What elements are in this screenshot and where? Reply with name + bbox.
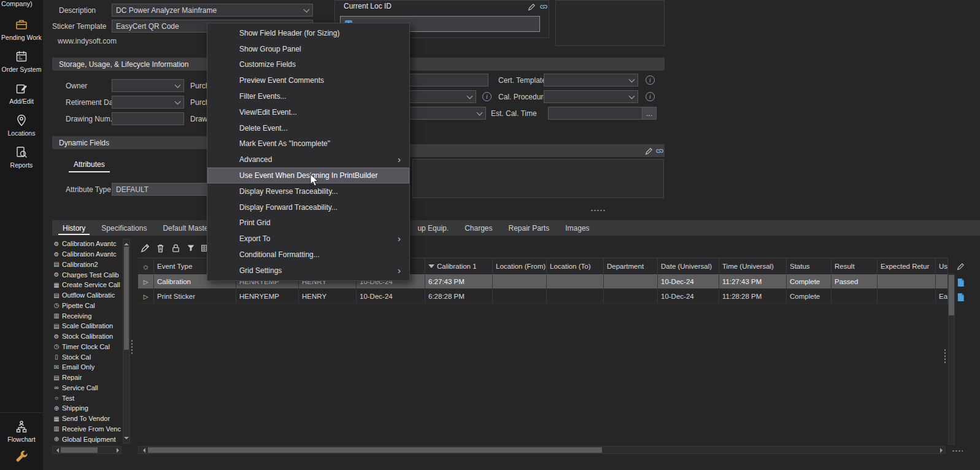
event-type-item[interactable]: ▥ Receive From Venc [52,424,122,434]
drawing-num-field[interactable] [112,112,184,125]
event-type-item[interactable]: ⊕ Global Equipment [52,434,122,444]
column-header[interactable]: Location (To) [547,258,604,274]
event-type-item[interactable]: ⚙ Calibration Avantc [52,239,122,249]
tab[interactable]: Specifications [93,220,155,236]
column-header[interactable]: Department [604,258,658,274]
event-type-item[interactable]: ⚙ Stock Calibration [52,331,122,342]
link-icon[interactable] [655,146,665,156]
description-dropdown[interactable]: DC Power Analyzer Mainframe [112,4,313,17]
sidebar-item-add-edit[interactable]: Add/Edit [0,81,43,105]
main-hscroll-thumb[interactable] [148,447,602,453]
retirement-date-dropdown[interactable] [112,96,184,109]
event-type-item[interactable]: ◷ Pipette Cal [52,301,122,311]
edit-event-icon[interactable] [139,242,151,254]
context-menu-item[interactable]: Print Grid [207,215,409,231]
table-vscroll-thumb[interactable] [949,275,954,315]
column-header[interactable]: Date (Universal) [658,258,719,274]
attribute-type-field[interactable]: DEFAULT [112,183,207,196]
context-menu-item[interactable]: Mark Event As "Incomplete" [207,136,409,152]
event-type-item[interactable]: ⚙ Charges Test Calib [52,269,122,280]
column-header[interactable]: Location (From) [493,258,547,274]
resize-grip[interactable] [952,449,963,453]
tab[interactable]: Charges [457,220,500,236]
context-menu-item[interactable]: Grid Settings [207,263,409,279]
scroll-left-arrow[interactable] [141,448,145,453]
context-menu-item[interactable]: Show Field Header (for Sizing) [207,25,409,41]
sidebar-item-flowchart[interactable]: Flowchart [0,419,43,443]
column-header[interactable]: User [936,258,948,274]
filter-icon[interactable] [185,242,197,254]
lock-event-icon[interactable] [169,242,182,254]
list-vscroll-thumb[interactable] [124,247,129,350]
cal-procedure-dropdown[interactable] [544,90,638,103]
tab[interactable]: Repair Parts [501,220,558,236]
ellipsis-button[interactable]: ... [642,107,656,119]
context-menu-item[interactable]: Use Event When Designing In PrintBuilder [207,168,409,183]
row-expand-cell[interactable] [138,289,154,303]
list-hscroll-thumb[interactable] [61,447,98,453]
info-icon[interactable] [646,92,655,101]
sidebar-item-locations[interactable]: Locations [0,113,43,137]
document-icon[interactable] [955,277,966,288]
edit-pencil-icon[interactable] [955,261,966,272]
column-header[interactable]: Expected Retur [878,258,936,274]
cert-template-dropdown[interactable] [544,74,638,87]
scroll-down-arrow[interactable] [124,437,129,442]
splitter-grip[interactable] [943,349,947,363]
event-type-item[interactable]: ▤ Repair [52,372,122,383]
splitter-grip[interactable] [590,209,605,213]
sidebar-item-reports[interactable]: Reports [0,145,43,169]
context-menu-item[interactable]: Conditional Formatting... [207,247,409,263]
delete-event-icon[interactable] [154,242,166,254]
column-header[interactable] [138,258,154,274]
column-header[interactable]: Result [831,258,878,274]
column-header[interactable]: Status [787,258,831,274]
sidebar-item-pending-work[interactable]: Pending Work [0,17,43,41]
event-type-item[interactable]: ▤ Outflow Calibratic [52,290,122,301]
event-type-item[interactable]: ○ Test [52,393,122,403]
context-menu-item[interactable]: Preview Event Comments [207,72,409,88]
splitter-grip[interactable] [130,339,134,354]
info-icon[interactable] [646,75,655,85]
event-type-item[interactable]: ▯ Stock Cal [52,352,122,362]
context-menu-item[interactable]: Show Group Panel [207,41,409,57]
expand-arrow-icon[interactable] [144,278,149,285]
scroll-right-arrow[interactable] [117,448,122,453]
table-row[interactable]: Print StickerHENRYEMPHENRY10-Dec-246:28:… [138,289,948,304]
event-type-item[interactable]: ▤ Calibration2 [52,260,122,270]
event-type-item[interactable]: ∞ Service Call [52,383,122,393]
event-type-item[interactable]: ⊕ Shipping [52,403,122,414]
context-menu-item[interactable]: Advanced [207,152,409,168]
event-type-item[interactable]: ▦ Send To Vendor [52,414,122,424]
tab[interactable]: Images [557,220,597,236]
column-filter-funnel-icon[interactable] [428,264,434,271]
edit-pencil-icon[interactable] [527,2,536,12]
comments-box[interactable] [412,159,664,198]
expand-arrow-icon[interactable] [144,293,149,300]
event-type-item[interactable]: ▤ Scale Calibration [52,321,122,331]
event-type-item[interactable]: ▥ Receiving [52,310,122,321]
context-menu-item[interactable]: Display Forward Traceability... [207,199,409,215]
row-expand-cell[interactable] [138,274,154,288]
event-type-item[interactable]: ✉ Email Only [52,362,122,372]
context-menu-item[interactable]: Display Reverse Traceability... [207,183,409,199]
event-type-item[interactable]: ▦ Create Service Call [52,280,122,290]
context-menu-item[interactable]: Export To [207,231,409,247]
edit-pencil-icon[interactable] [644,146,654,156]
sidebar-item-order-system[interactable]: Order System [0,49,43,73]
event-type-item[interactable]: ⚙ Calibration Avantc [52,249,122,260]
context-menu-item[interactable]: Filter Events... [207,88,409,104]
tab-attributes[interactable]: Attributes [69,158,110,172]
link-icon[interactable] [539,2,549,12]
scroll-up-arrow[interactable] [124,241,129,245]
tab[interactable]: History [55,220,93,236]
scroll-right-arrow[interactable] [940,448,945,453]
owner-dropdown[interactable] [112,79,184,92]
scroll-left-arrow[interactable] [54,448,59,453]
info-icon[interactable] [482,92,492,101]
column-header[interactable]: Time (Universal) [719,258,787,274]
context-menu-item[interactable]: View/Edit Event... [207,104,409,120]
event-type-item[interactable]: ◷ Timer Clock Cal [52,342,122,352]
est-cal-time-field[interactable]: ... [548,107,657,120]
tab[interactable]: up Equip. [409,220,457,236]
